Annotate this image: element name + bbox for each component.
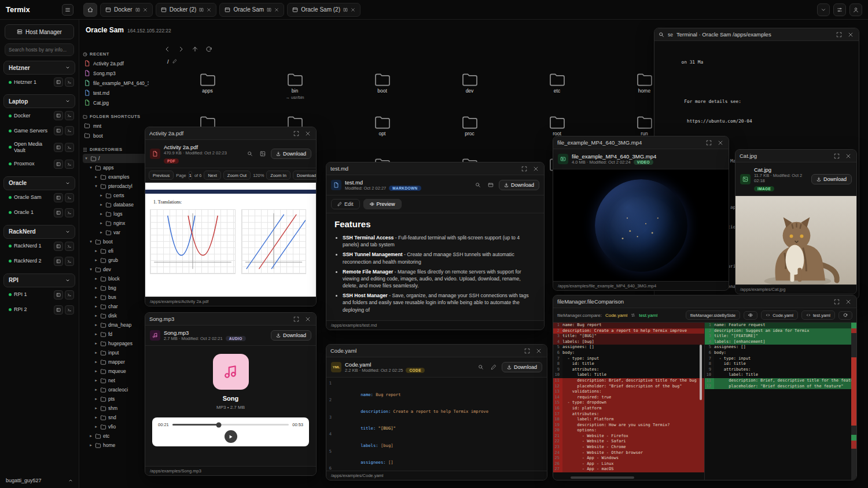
image-window-header[interactable]: Cat.jpg <box>735 150 856 162</box>
search-button[interactable] <box>473 180 483 190</box>
expand-button[interactable] <box>292 315 300 323</box>
directory-tree-item[interactable]: ▸ database <box>83 200 149 209</box>
file-manager-button[interactable] <box>54 208 63 217</box>
expand-button[interactable] <box>835 31 843 39</box>
directory-tree-item[interactable]: ▸ snd <box>83 413 149 422</box>
expand-button[interactable] <box>520 165 528 173</box>
diff-scrollbar[interactable] <box>700 345 702 400</box>
directory-tree-item[interactable]: ▾ / <box>83 154 149 163</box>
file-manager-button[interactable] <box>54 305 63 315</box>
terminal-button[interactable] <box>65 208 74 217</box>
host-item[interactable]: Proxmox <box>3 157 75 172</box>
host-manager-button[interactable]: Host Manager <box>5 24 74 39</box>
directory-tree-item[interactable]: ▸ home <box>83 441 149 450</box>
open-file-a-button[interactable]: Code.yaml <box>761 310 798 320</box>
close-button[interactable] <box>847 31 855 39</box>
directory-tree-item[interactable]: ▸ shm <box>83 404 149 413</box>
directory-tree-item[interactable]: ▸ input <box>83 348 149 357</box>
file-manager-button[interactable] <box>54 111 63 120</box>
close-icon[interactable] <box>351 8 355 12</box>
directory-tree-item[interactable]: ▸ char <box>83 302 149 311</box>
tree-chevron-icon[interactable]: ▸ <box>94 276 98 281</box>
shortcut-item[interactable]: mnt <box>83 121 149 131</box>
download-button[interactable]: Download <box>499 180 539 190</box>
edit-button[interactable] <box>489 363 498 372</box>
terminal-button[interactable] <box>65 126 74 135</box>
folder-grid-item[interactable]: bin → usr/bin <box>251 71 339 100</box>
host-group-header[interactable]: Oracle <box>3 176 75 190</box>
close-icon[interactable] <box>274 8 279 12</box>
folder-grid-item[interactable]: opt <box>339 113 426 142</box>
tree-chevron-icon[interactable]: ▸ <box>94 415 98 420</box>
recent-section-header[interactable]: Recent <box>83 51 149 57</box>
terminal-window-header[interactable]: se Terminal · Oracle Sam /apps/examples <box>654 28 859 41</box>
diff-content[interactable]: 1 name: Bug report 2 description: Create… <box>553 323 856 480</box>
refresh-diff-button[interactable] <box>838 311 852 320</box>
directory-tree-item[interactable]: ▸ net <box>83 376 149 385</box>
host-group-header[interactable]: RackNerd <box>3 225 75 239</box>
host-group-header[interactable]: Hetzner <box>3 61 75 75</box>
download-button[interactable]: Download <box>811 174 852 184</box>
directory-tree-item[interactable]: ▸ mapper <box>83 357 149 367</box>
tree-chevron-icon[interactable]: ▾ <box>94 184 98 188</box>
directory-tree-item[interactable]: ▸ etc <box>83 431 149 441</box>
session-tab[interactable]: Docker (2) <box>156 3 217 17</box>
tree-chevron-icon[interactable]: ▸ <box>94 313 98 318</box>
diff-right-pane[interactable]: 1 name: Feature request 2 description: S… <box>705 323 856 480</box>
directory-tree-item[interactable]: ▸ nginx <box>83 219 149 228</box>
directory-tree-item[interactable]: ▾ apps <box>83 163 149 172</box>
code-viewer-window[interactable]: Code.yaml YML Code.yaml 2.2 KB · Modifie… <box>326 344 547 480</box>
markdown-viewer-window[interactable]: test.md test.md Modified: Oct 2 02:27MAR… <box>326 162 545 330</box>
split-view-icon[interactable] <box>135 8 140 12</box>
tree-chevron-icon[interactable]: ▸ <box>99 212 104 216</box>
directory-tree-item[interactable]: ▾ boot <box>83 237 149 246</box>
host-item[interactable]: Docker <box>3 108 75 123</box>
close-icon[interactable] <box>143 8 148 12</box>
file-manager-button[interactable] <box>54 77 63 87</box>
tree-chevron-icon[interactable]: ▸ <box>94 387 98 392</box>
host-search[interactable] <box>5 43 74 56</box>
visibility-button[interactable] <box>744 311 757 320</box>
close-button[interactable] <box>535 347 543 355</box>
host-group-header[interactable]: Laptop <box>3 94 75 108</box>
preview-tab[interactable]: Preview <box>363 199 402 209</box>
terminal-button[interactable] <box>65 160 74 169</box>
tree-chevron-icon[interactable]: ▸ <box>99 193 104 198</box>
directory-tree-item[interactable]: ▸ hugepages <box>83 339 149 348</box>
directory-tree-item[interactable]: ▸ certs <box>83 191 149 200</box>
terminal-button[interactable] <box>65 111 74 120</box>
diff-left-pane[interactable]: 1 name: Bug report 2 description: Create… <box>553 323 705 480</box>
download-button[interactable]: Download <box>271 149 311 159</box>
tree-chevron-icon[interactable]: ▸ <box>94 360 98 364</box>
forward-button[interactable] <box>178 46 185 53</box>
up-button[interactable] <box>192 46 198 53</box>
download-button[interactable]: Download <box>271 330 311 341</box>
zoom-in-button[interactable]: Zoom In <box>266 171 290 180</box>
edit-path-icon[interactable] <box>172 59 177 64</box>
directory-tree-item[interactable]: ▸ grub <box>83 256 149 265</box>
video-window-header[interactable]: file_example_MP4_640_3MG.mp4 <box>553 136 729 149</box>
directory-tree-item[interactable]: ▸ var <box>83 228 149 237</box>
code-window-header[interactable]: Code.yaml <box>326 345 547 357</box>
sidebar-footer[interactable]: bugatti_guy527 <box>0 473 79 488</box>
close-button[interactable] <box>532 165 540 173</box>
tree-chevron-icon[interactable]: ▸ <box>94 424 98 429</box>
terminal-search-input[interactable]: se <box>668 32 673 38</box>
directory-tree-item[interactable]: ▸ mqueue <box>83 367 149 376</box>
diff-window-header[interactable]: fileManager.fileComparison <box>553 295 856 308</box>
settings-button[interactable] <box>833 3 846 16</box>
terminal-button[interactable] <box>65 193 74 202</box>
code-editor[interactable]: 1 name: Bug report 2 description: Create… <box>326 378 547 471</box>
file-manager-button[interactable] <box>54 143 63 152</box>
terminal-button[interactable] <box>65 290 74 300</box>
search-icon[interactable] <box>659 32 664 38</box>
terminal-button[interactable] <box>65 77 74 87</box>
host-item[interactable]: Oracle 1 <box>3 205 75 220</box>
tree-chevron-icon[interactable]: ▸ <box>94 258 98 263</box>
host-group-header[interactable]: RPI <box>3 273 75 287</box>
host-item[interactable]: Game Servers <box>3 123 75 138</box>
preview-button[interactable] <box>486 180 495 190</box>
shortcuts-section-header[interactable]: Folder Shortcuts <box>83 114 149 119</box>
diff-minimap[interactable] <box>851 323 856 480</box>
recent-file-item[interactable]: Cat.jpg <box>83 98 149 108</box>
